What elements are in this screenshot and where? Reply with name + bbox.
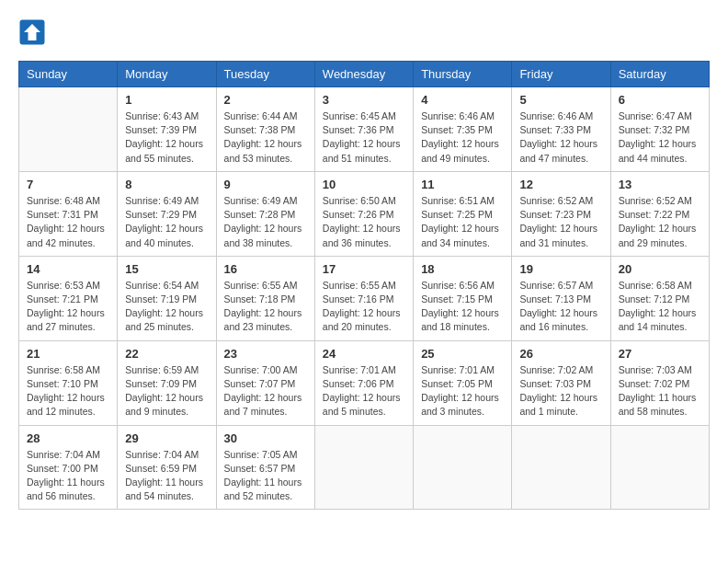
day-number: 6 bbox=[619, 93, 701, 107]
day-number: 5 bbox=[519, 93, 602, 107]
day-number: 8 bbox=[125, 178, 208, 191]
day-info: Sunrise: 6:43 AM Sunset: 7:39 PM Dayligh… bbox=[125, 109, 208, 166]
day-info: Sunrise: 6:54 AM Sunset: 7:19 PM Dayligh… bbox=[125, 279, 208, 335]
day-cell: 10Sunrise: 6:50 AM Sunset: 7:26 PM Dayli… bbox=[314, 171, 413, 256]
day-number: 9 bbox=[224, 178, 307, 191]
day-info: Sunrise: 7:01 AM Sunset: 7:05 PM Dayligh… bbox=[421, 363, 504, 419]
header-wednesday: Wednesday bbox=[314, 62, 413, 87]
header-monday: Monday bbox=[118, 62, 216, 87]
day-info: Sunrise: 7:02 AM Sunset: 7:03 PM Dayligh… bbox=[519, 363, 602, 419]
header-sunday: Sunday bbox=[19, 62, 118, 87]
day-info: Sunrise: 6:44 AM Sunset: 7:38 PM Dayligh… bbox=[224, 109, 307, 166]
day-info: Sunrise: 6:58 AM Sunset: 7:12 PM Dayligh… bbox=[619, 279, 701, 335]
day-info: Sunrise: 6:48 AM Sunset: 7:31 PM Dayligh… bbox=[27, 194, 109, 250]
day-info: Sunrise: 6:52 AM Sunset: 7:23 PM Dayligh… bbox=[519, 194, 602, 250]
day-cell: 8Sunrise: 6:49 AM Sunset: 7:29 PM Daylig… bbox=[118, 171, 216, 256]
day-info: Sunrise: 7:04 AM Sunset: 7:00 PM Dayligh… bbox=[27, 448, 109, 504]
day-number: 19 bbox=[519, 262, 602, 276]
day-number: 13 bbox=[619, 178, 701, 191]
logo bbox=[18, 18, 50, 46]
day-cell: 14Sunrise: 6:53 AM Sunset: 7:21 PM Dayli… bbox=[19, 256, 118, 340]
day-info: Sunrise: 6:45 AM Sunset: 7:36 PM Dayligh… bbox=[323, 109, 405, 166]
day-number: 22 bbox=[125, 347, 208, 361]
day-cell: 27Sunrise: 7:03 AM Sunset: 7:02 PM Dayli… bbox=[610, 340, 709, 425]
day-cell: 25Sunrise: 7:01 AM Sunset: 7:05 PM Dayli… bbox=[414, 340, 512, 425]
header bbox=[18, 18, 710, 46]
day-info: Sunrise: 6:51 AM Sunset: 7:25 PM Dayligh… bbox=[421, 194, 504, 250]
day-info: Sunrise: 7:04 AM Sunset: 6:59 PM Dayligh… bbox=[125, 448, 208, 504]
day-number: 3 bbox=[323, 93, 405, 107]
day-number: 1 bbox=[125, 93, 208, 107]
day-cell bbox=[512, 425, 610, 510]
day-number: 29 bbox=[125, 431, 208, 445]
day-cell: 2Sunrise: 6:44 AM Sunset: 7:38 PM Daylig… bbox=[216, 87, 314, 172]
day-number: 30 bbox=[224, 431, 307, 445]
day-info: Sunrise: 6:50 AM Sunset: 7:26 PM Dayligh… bbox=[323, 194, 405, 250]
day-number: 21 bbox=[27, 347, 109, 361]
week-row-1: 1Sunrise: 6:43 AM Sunset: 7:39 PM Daylig… bbox=[19, 87, 710, 172]
day-number: 24 bbox=[323, 347, 405, 361]
week-row-5: 28Sunrise: 7:04 AM Sunset: 7:00 PM Dayli… bbox=[19, 425, 710, 510]
day-info: Sunrise: 6:59 AM Sunset: 7:09 PM Dayligh… bbox=[125, 363, 208, 419]
day-info: Sunrise: 6:49 AM Sunset: 7:29 PM Dayligh… bbox=[125, 194, 208, 250]
day-cell: 22Sunrise: 6:59 AM Sunset: 7:09 PM Dayli… bbox=[118, 340, 216, 425]
day-number: 27 bbox=[619, 347, 701, 361]
day-info: Sunrise: 6:46 AM Sunset: 7:35 PM Dayligh… bbox=[421, 109, 504, 166]
day-info: Sunrise: 7:01 AM Sunset: 7:06 PM Dayligh… bbox=[323, 363, 405, 419]
day-cell: 21Sunrise: 6:58 AM Sunset: 7:10 PM Dayli… bbox=[19, 340, 118, 425]
week-row-4: 21Sunrise: 6:58 AM Sunset: 7:10 PM Dayli… bbox=[19, 340, 710, 425]
day-cell: 16Sunrise: 6:55 AM Sunset: 7:18 PM Dayli… bbox=[216, 256, 314, 340]
day-number: 17 bbox=[323, 262, 405, 276]
day-number: 25 bbox=[421, 347, 504, 361]
day-info: Sunrise: 6:52 AM Sunset: 7:22 PM Dayligh… bbox=[619, 194, 701, 250]
day-cell: 15Sunrise: 6:54 AM Sunset: 7:19 PM Dayli… bbox=[118, 256, 216, 340]
day-cell: 12Sunrise: 6:52 AM Sunset: 7:23 PM Dayli… bbox=[512, 171, 610, 256]
day-info: Sunrise: 7:05 AM Sunset: 6:57 PM Dayligh… bbox=[224, 448, 307, 504]
day-cell: 9Sunrise: 6:49 AM Sunset: 7:28 PM Daylig… bbox=[216, 171, 314, 256]
day-cell: 3Sunrise: 6:45 AM Sunset: 7:36 PM Daylig… bbox=[314, 87, 413, 172]
calendar-header-row: SundayMondayTuesdayWednesdayThursdayFrid… bbox=[19, 62, 710, 87]
day-number: 11 bbox=[421, 178, 504, 191]
header-tuesday: Tuesday bbox=[216, 62, 314, 87]
header-saturday: Saturday bbox=[610, 62, 709, 87]
day-cell bbox=[610, 425, 709, 510]
day-cell: 23Sunrise: 7:00 AM Sunset: 7:07 PM Dayli… bbox=[216, 340, 314, 425]
day-cell: 7Sunrise: 6:48 AM Sunset: 7:31 PM Daylig… bbox=[19, 171, 118, 256]
day-info: Sunrise: 6:55 AM Sunset: 7:18 PM Dayligh… bbox=[224, 279, 307, 335]
day-info: Sunrise: 7:00 AM Sunset: 7:07 PM Dayligh… bbox=[224, 363, 307, 419]
day-number: 16 bbox=[224, 262, 307, 276]
day-info: Sunrise: 6:56 AM Sunset: 7:15 PM Dayligh… bbox=[421, 279, 504, 335]
day-cell: 11Sunrise: 6:51 AM Sunset: 7:25 PM Dayli… bbox=[414, 171, 512, 256]
day-number: 10 bbox=[323, 178, 405, 191]
day-number: 23 bbox=[224, 347, 307, 361]
day-info: Sunrise: 6:55 AM Sunset: 7:16 PM Dayligh… bbox=[323, 279, 405, 335]
day-number: 18 bbox=[421, 262, 504, 276]
header-friday: Friday bbox=[512, 62, 610, 87]
week-row-2: 7Sunrise: 6:48 AM Sunset: 7:31 PM Daylig… bbox=[19, 171, 710, 256]
day-info: Sunrise: 6:49 AM Sunset: 7:28 PM Dayligh… bbox=[224, 194, 307, 250]
day-cell: 5Sunrise: 6:46 AM Sunset: 7:33 PM Daylig… bbox=[512, 87, 610, 172]
day-info: Sunrise: 6:57 AM Sunset: 7:13 PM Dayligh… bbox=[519, 279, 602, 335]
day-number: 4 bbox=[421, 93, 504, 107]
day-number: 15 bbox=[125, 262, 208, 276]
day-info: Sunrise: 6:46 AM Sunset: 7:33 PM Dayligh… bbox=[519, 109, 602, 166]
day-cell: 29Sunrise: 7:04 AM Sunset: 6:59 PM Dayli… bbox=[118, 425, 216, 510]
day-cell: 6Sunrise: 6:47 AM Sunset: 7:32 PM Daylig… bbox=[610, 87, 709, 172]
day-cell: 18Sunrise: 6:56 AM Sunset: 7:15 PM Dayli… bbox=[414, 256, 512, 340]
week-row-3: 14Sunrise: 6:53 AM Sunset: 7:21 PM Dayli… bbox=[19, 256, 710, 340]
day-info: Sunrise: 6:47 AM Sunset: 7:32 PM Dayligh… bbox=[619, 109, 701, 166]
day-info: Sunrise: 7:03 AM Sunset: 7:02 PM Dayligh… bbox=[619, 363, 701, 419]
day-cell: 30Sunrise: 7:05 AM Sunset: 6:57 PM Dayli… bbox=[216, 425, 314, 510]
day-number: 20 bbox=[619, 262, 701, 276]
day-cell: 17Sunrise: 6:55 AM Sunset: 7:16 PM Dayli… bbox=[314, 256, 413, 340]
day-cell: 28Sunrise: 7:04 AM Sunset: 7:00 PM Dayli… bbox=[19, 425, 118, 510]
day-cell: 24Sunrise: 7:01 AM Sunset: 7:06 PM Dayli… bbox=[314, 340, 413, 425]
day-cell: 26Sunrise: 7:02 AM Sunset: 7:03 PM Dayli… bbox=[512, 340, 610, 425]
day-number: 7 bbox=[27, 178, 109, 191]
day-number: 28 bbox=[27, 431, 109, 445]
day-number: 2 bbox=[224, 93, 307, 107]
day-number: 14 bbox=[27, 262, 109, 276]
day-cell: 20Sunrise: 6:58 AM Sunset: 7:12 PM Dayli… bbox=[610, 256, 709, 340]
day-number: 12 bbox=[519, 178, 602, 191]
day-info: Sunrise: 6:53 AM Sunset: 7:21 PM Dayligh… bbox=[27, 279, 109, 335]
